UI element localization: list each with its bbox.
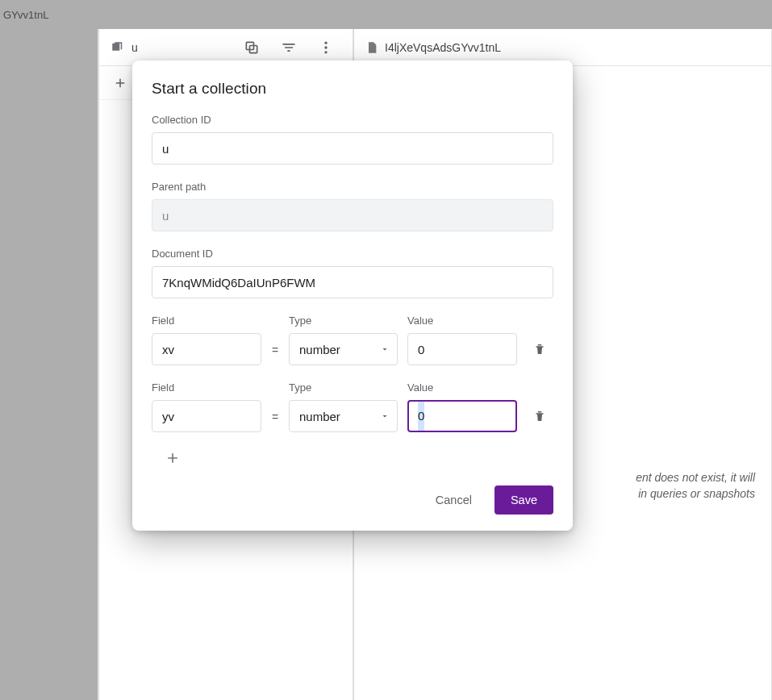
parent-path-group: Parent path (152, 181, 553, 231)
modal-actions: Cancel Save (152, 485, 553, 515)
field-value-input-0[interactable] (407, 333, 517, 365)
parent-path-label: Parent path (152, 181, 553, 193)
collection-id-group: Collection ID (152, 114, 553, 165)
add-field-button[interactable] (163, 448, 182, 468)
modal-overlay: Start a collection Collection ID Parent … (0, 0, 772, 700)
field-value-text-1: 0 (418, 402, 424, 431)
cancel-button[interactable]: Cancel (419, 485, 488, 515)
equals-sign-1: = (271, 410, 279, 432)
start-collection-modal: Start a collection Collection ID Parent … (132, 60, 573, 531)
delete-field-button-1[interactable] (527, 400, 553, 432)
equals-sign-0: = (271, 344, 279, 365)
document-id-group: Document ID (152, 248, 553, 298)
delete-field-button-0[interactable] (527, 333, 553, 365)
value-label-1: Value (407, 381, 517, 394)
field-name-input-1[interactable] (152, 400, 261, 432)
type-label-0: Type (289, 315, 398, 327)
value-label-0: Value (407, 315, 517, 327)
document-id-label: Document ID (152, 248, 553, 260)
field-row-0: Field = Type Value (152, 315, 553, 365)
document-id-input[interactable] (152, 266, 553, 298)
save-button[interactable]: Save (494, 485, 553, 515)
field-row-1: Field = Type Value 0 (152, 381, 553, 432)
type-label-1: Type (289, 381, 398, 394)
field-type-select-0[interactable] (289, 333, 398, 365)
parent-path-input (152, 199, 553, 231)
field-label-0: Field (152, 315, 261, 327)
field-label-1: Field (152, 381, 261, 394)
field-value-input-1[interactable]: 0 (407, 400, 517, 432)
collection-id-label: Collection ID (152, 114, 553, 126)
modal-title: Start a collection (152, 80, 553, 98)
field-type-select-1[interactable] (289, 400, 398, 432)
field-name-input-0[interactable] (152, 333, 261, 365)
collection-id-input[interactable] (152, 132, 553, 165)
